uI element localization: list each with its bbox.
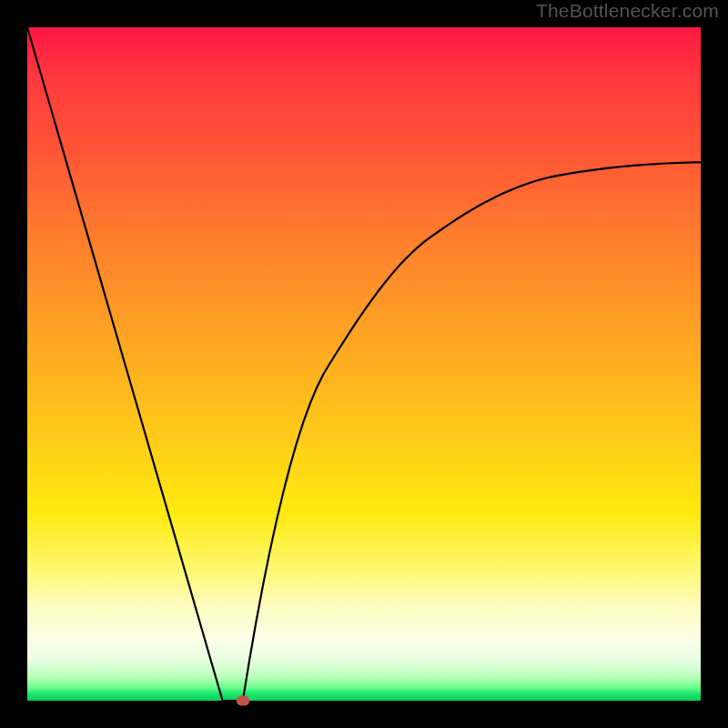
optimal-point-marker [237,696,249,706]
curve-path [27,27,701,701]
attribution-text: TheBottlenecker.com [536,0,719,22]
plot-area [27,27,701,701]
bottleneck-curve [27,27,701,701]
